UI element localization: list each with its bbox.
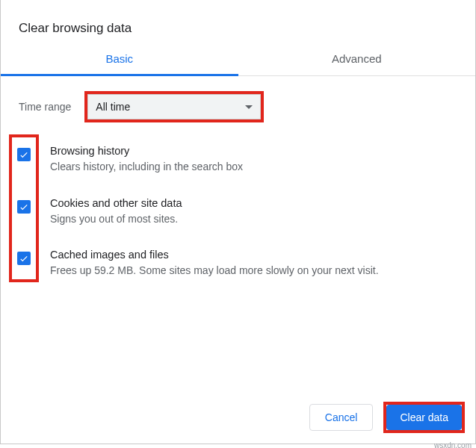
option-desc: Clears history, including in the search … <box>50 160 460 175</box>
cancel-button[interactable]: Cancel <box>309 404 374 431</box>
option-title: Browsing history <box>50 145 460 157</box>
check-icon <box>19 253 29 264</box>
checkbox-browsing-history[interactable] <box>17 148 31 161</box>
clear-data-button[interactable]: Clear data <box>386 405 462 430</box>
tab-basic[interactable]: Basic <box>1 52 238 75</box>
clear-browsing-data-dialog: Clear browsing data Basic Advanced Time … <box>0 0 476 444</box>
tabs: Basic Advanced <box>1 52 475 76</box>
attribution-text: wsxdn.com <box>434 441 472 448</box>
option-cached: Cached images and files Frees up 59.2 MB… <box>50 249 460 279</box>
options-list: Browsing history Clears history, includi… <box>1 122 475 279</box>
option-title: Cookies and other site data <box>50 197 460 209</box>
highlight-box-time-range: All time <box>84 91 264 122</box>
dialog-title: Clear browsing data <box>1 0 475 36</box>
option-browsing-history: Browsing history Clears history, includi… <box>50 145 460 175</box>
checkbox-cookies[interactable] <box>17 200 31 214</box>
time-range-select[interactable]: All time <box>87 94 261 119</box>
time-range-row: Time range All time <box>1 76 475 122</box>
highlight-box-clear-button: Clear data <box>383 402 465 433</box>
option-title: Cached images and files <box>50 249 460 261</box>
time-range-value: All time <box>96 101 130 113</box>
dialog-footer: Cancel Clear data <box>309 402 465 433</box>
option-cookies: Cookies and other site data Signs you ou… <box>50 197 460 227</box>
chevron-down-icon <box>245 105 253 109</box>
tab-advanced[interactable]: Advanced <box>238 52 476 75</box>
time-range-label: Time range <box>19 101 71 113</box>
option-desc: Frees up 59.2 MB. Some sites may load mo… <box>50 264 460 279</box>
check-icon <box>19 149 29 160</box>
checkbox-cached[interactable] <box>17 252 31 265</box>
check-icon <box>19 202 29 212</box>
option-desc: Signs you out of most sites. <box>50 212 460 227</box>
